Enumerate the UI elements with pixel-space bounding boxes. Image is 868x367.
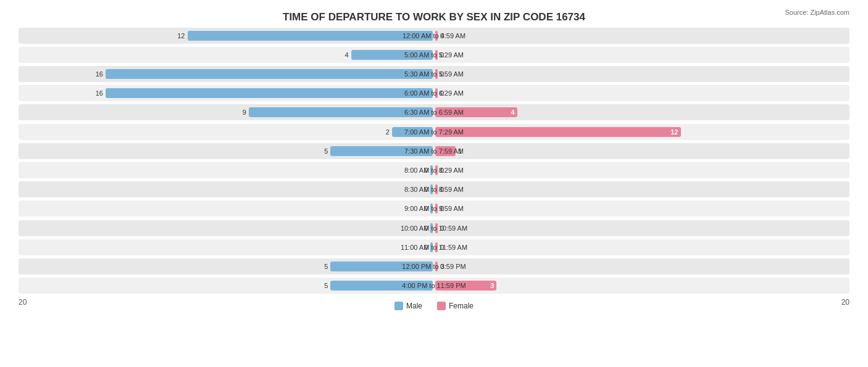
male-bar [351, 50, 433, 60]
source-label: Source: ZipAtlas.com [785, 9, 849, 16]
female-value-label: 0 [440, 244, 444, 251]
male-bar [430, 204, 433, 213]
female-bar [435, 204, 438, 213]
left-side: 9 [243, 104, 434, 120]
female-bar [435, 69, 438, 79]
legend-female: Female [437, 302, 474, 310]
male-bar [106, 88, 433, 98]
chart-row: 09:00 AM to 9:59 AM0 [19, 200, 849, 216]
left-side: 0 [424, 200, 434, 216]
female-bar [435, 184, 438, 194]
axis-left-label: 20 [19, 298, 27, 310]
left-side: 16 [96, 66, 434, 82]
male-bar [430, 242, 433, 252]
male-bar [430, 223, 433, 233]
female-value-label: 0 [440, 263, 444, 270]
chart-row: 166:00 AM to 6:29 AM0 [19, 85, 849, 101]
left-side: 0 [424, 162, 434, 178]
male-value-label: 0 [424, 244, 428, 251]
chart-row: 08:30 AM to 8:59 AM0 [19, 181, 849, 197]
female-value-label-inside: 4 [508, 109, 517, 116]
male-value-label: 5 [324, 147, 328, 155]
female-bar: 3 [435, 281, 496, 291]
female-swatch [437, 302, 446, 310]
male-value-label: 0 [424, 186, 428, 193]
female-value-label: 0 [440, 89, 444, 97]
female-value-label: 0 [440, 225, 444, 232]
male-value-label: 0 [424, 225, 428, 232]
right-side: 4 [434, 104, 517, 120]
chart-row: 57:30 AM to 7:59 AM1 [19, 143, 849, 159]
right-side: 3 [434, 278, 496, 294]
right-side: 0 [434, 162, 444, 178]
female-bar [435, 50, 438, 60]
left-side: 16 [96, 85, 434, 101]
female-value-label: 0 [440, 70, 444, 78]
left-side: 0 [424, 239, 434, 255]
female-bar [435, 223, 438, 233]
right-side: 0 [434, 200, 444, 216]
female-value-label-inside: 12 [668, 128, 680, 136]
right-side: 0 [434, 28, 444, 44]
female-bar: 12 [435, 127, 681, 137]
chart-row: 165:30 AM to 5:59 AM0 [19, 66, 849, 82]
left-side: 4 [344, 47, 434, 63]
right-side: 0 [434, 258, 444, 274]
chart-row: 96:30 AM to 6:59 AM4 [19, 104, 849, 120]
chart-container: TIME OF DEPARTURE TO WORK BY SEX IN ZIP … [0, 0, 868, 367]
right-side: 0 [434, 47, 444, 63]
female-bar [435, 146, 456, 156]
right-side: 0 [434, 66, 444, 82]
female-bar [435, 262, 438, 271]
chart-title: TIME OF DEPARTURE TO WORK BY SEX IN ZIP … [19, 11, 849, 23]
male-value-label: 0 [424, 167, 428, 174]
female-value-label: 0 [440, 32, 444, 39]
female-value-label: 0 [440, 186, 444, 193]
male-bar [330, 281, 433, 291]
female-value-label-inside: 3 [488, 282, 496, 289]
female-value-label: 0 [440, 205, 444, 212]
axis-right-label: 20 [841, 298, 849, 310]
female-value-label: 1 [458, 147, 462, 155]
right-side: 12 [434, 124, 681, 140]
male-value-label: 12 [177, 32, 185, 39]
chart-row: 011:00 AM to 11:59 AM0 [19, 239, 849, 255]
male-value-label: 4 [344, 51, 348, 59]
male-value-label: 2 [386, 128, 390, 136]
male-bar [106, 69, 433, 79]
left-side: 5 [324, 258, 434, 274]
female-bar: 4 [435, 107, 517, 117]
chart-row: 45:00 AM to 5:29 AM0 [19, 47, 849, 63]
male-bar [392, 127, 433, 137]
chart-row: 512:00 PM to 3:59 PM0 [19, 258, 849, 274]
legend: Male Female [394, 302, 474, 310]
left-side: 5 [324, 278, 434, 294]
female-value-label: 0 [440, 167, 444, 174]
chart-row: 010:00 AM to 10:59 AM0 [19, 220, 849, 236]
male-swatch [394, 302, 403, 310]
male-value-label: 9 [243, 109, 246, 116]
female-bar [435, 165, 438, 175]
left-side: 2 [386, 124, 434, 140]
chart-row: 1212:00 AM to 4:59 AM0 [19, 28, 849, 44]
chart-row: 27:00 AM to 7:29 AM12 [19, 124, 849, 140]
female-legend-label: Female [449, 302, 474, 310]
chart-area: 1212:00 AM to 4:59 AM045:00 AM to 5:29 A… [19, 26, 849, 314]
left-side: 0 [424, 220, 434, 236]
right-side: 0 [434, 220, 444, 236]
male-legend-label: Male [406, 302, 422, 310]
male-value-label: 5 [324, 282, 328, 289]
right-side: 0 [434, 85, 444, 101]
legend-male: Male [394, 302, 422, 310]
male-bar [330, 146, 433, 156]
female-bar [435, 88, 438, 98]
axis-bottom: 20 Male Female 20 [19, 298, 849, 310]
right-side: 0 [434, 181, 444, 197]
female-bar [435, 31, 438, 41]
chart-row: 54:00 PM to 11:59 PM3 [19, 278, 849, 294]
rows-container: 1212:00 AM to 4:59 AM045:00 AM to 5:29 A… [19, 26, 849, 295]
chart-row: 08:00 AM to 8:29 AM0 [19, 162, 849, 178]
left-side: 0 [424, 181, 434, 197]
male-value-label: 5 [324, 263, 328, 270]
male-bar [430, 165, 433, 175]
